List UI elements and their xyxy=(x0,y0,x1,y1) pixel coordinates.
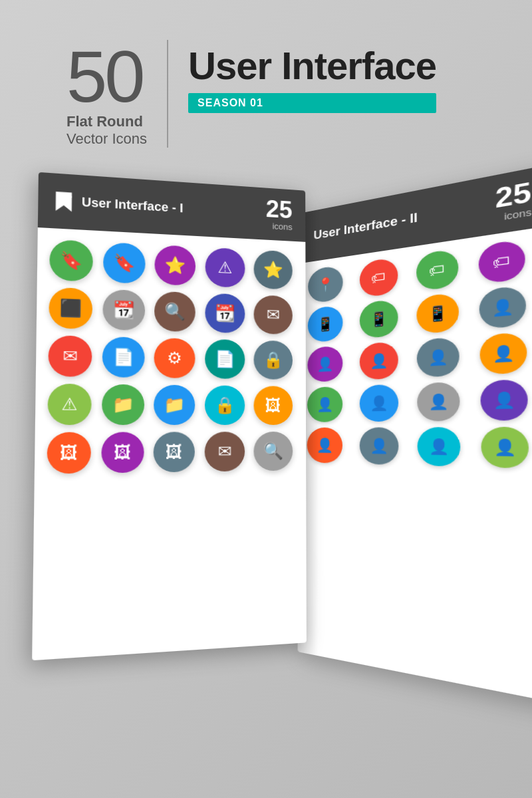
back-icon-11: 👤 xyxy=(479,332,527,375)
front-icon-19: 🖼 xyxy=(254,386,293,426)
back-icon-4: 📱 xyxy=(308,305,343,343)
front-icon-7: 🔍 xyxy=(154,291,196,332)
back-icon-7: 👤 xyxy=(479,285,526,329)
back-icon-9: 👤 xyxy=(360,342,398,380)
bookmark-icon xyxy=(53,190,74,213)
back-icon-0: 📍 xyxy=(308,265,343,304)
front-icon-20: 🖼 xyxy=(47,432,91,474)
card-front-header-left: User Interface - I xyxy=(53,190,184,219)
card-back-count: 25 icons xyxy=(495,179,531,223)
header-section: 50 Flat Round Vector Icons User Interfac… xyxy=(0,0,532,174)
front-icon-2: ⭐ xyxy=(155,245,196,286)
front-icon-22: 🖼 xyxy=(154,432,196,473)
front-icon-1: 🔖 xyxy=(102,242,145,284)
front-icon-14: 🔒 xyxy=(254,340,293,380)
back-icon-17: 👤 xyxy=(360,428,399,466)
back-icon-1: 🏷 xyxy=(360,257,398,298)
card-back: User Interface - II 25 icons 📍🏷🏷🏷📱📱📱👤👤👤👤… xyxy=(298,165,532,704)
front-icon-9: ✉ xyxy=(254,295,293,335)
big-number: 50 xyxy=(66,40,142,113)
cards-container: User Interface - II 25 icons 📍🏷🏷🏷📱📱📱👤👤👤👤… xyxy=(33,188,499,686)
card-front-title: User Interface - I xyxy=(82,196,184,216)
main-title: User Interface xyxy=(188,47,436,85)
back-icon-5: 📱 xyxy=(360,299,398,339)
back-icon-13: 👤 xyxy=(360,384,398,422)
season-badge: SEASON 01 xyxy=(188,93,436,113)
header-left: 50 Flat Round Vector Icons xyxy=(66,40,168,148)
front-icon-10: ✉ xyxy=(48,335,92,377)
card-back-title: User Interface - II xyxy=(313,211,418,243)
card-front: User Interface - I 25 icons 🔖🔖⭐⚠⭐⬛📆🔍📆✉✉📄… xyxy=(32,172,307,660)
back-icon-16: 👤 xyxy=(307,428,342,464)
back-icon-19: 👤 xyxy=(481,427,529,469)
front-icon-5: ⬛ xyxy=(49,287,92,329)
front-icon-23: ✉ xyxy=(204,432,245,472)
front-icon-21: 🖼 xyxy=(101,432,144,473)
back-icon-10: 👤 xyxy=(417,337,460,378)
back-icon-14: 👤 xyxy=(417,382,460,422)
back-icon-12: 👤 xyxy=(307,386,342,422)
page: 50 Flat Round Vector Icons User Interfac… xyxy=(0,0,532,798)
card-front-icons-grid: 🔖🔖⭐⚠⭐⬛📆🔍📆✉✉📄⚙📄🔒⚠📁📁🔒🖼🖼🖼🖼✉🔍 xyxy=(35,227,307,485)
card-front-icon-label: icons xyxy=(266,221,293,232)
subtitle-line1: Flat Round xyxy=(66,113,143,130)
front-icon-17: 📁 xyxy=(154,385,195,426)
back-icon-18: 👤 xyxy=(417,428,460,467)
front-icon-3: ⚠ xyxy=(205,247,245,288)
header-right: User Interface SEASON 01 xyxy=(188,40,436,113)
front-icon-18: 🔒 xyxy=(205,386,245,426)
back-icon-15: 👤 xyxy=(480,379,528,421)
front-icon-11: 📄 xyxy=(102,336,144,378)
card-back-icons-grid: 📍🏷🏷🏷📱📱📱👤👤👤👤👤👤👤👤👤👤👤👤👤 xyxy=(299,226,532,479)
card-front-icon-count: 25 xyxy=(266,198,293,223)
front-icon-6: 📆 xyxy=(102,289,145,331)
front-icon-8: 📆 xyxy=(205,293,245,334)
card-back-header-left: User Interface - II xyxy=(313,211,418,243)
front-icon-16: 📁 xyxy=(101,384,144,425)
front-icon-24: 🔍 xyxy=(254,432,293,471)
front-icon-12: ⚙ xyxy=(154,338,196,378)
back-icon-2: 🏷 xyxy=(416,249,459,291)
front-icon-15: ⚠ xyxy=(47,384,92,425)
card-front-count: 25 icons xyxy=(266,198,293,233)
back-icon-3: 🏷 xyxy=(478,239,525,285)
front-icon-13: 📄 xyxy=(205,339,245,379)
front-icon-4: ⭐ xyxy=(254,250,293,290)
subtitle-line2: Vector Icons xyxy=(66,130,147,148)
back-icon-6: 📱 xyxy=(416,293,459,334)
back-icon-8: 👤 xyxy=(307,346,342,382)
front-icon-0: 🔖 xyxy=(49,239,93,282)
